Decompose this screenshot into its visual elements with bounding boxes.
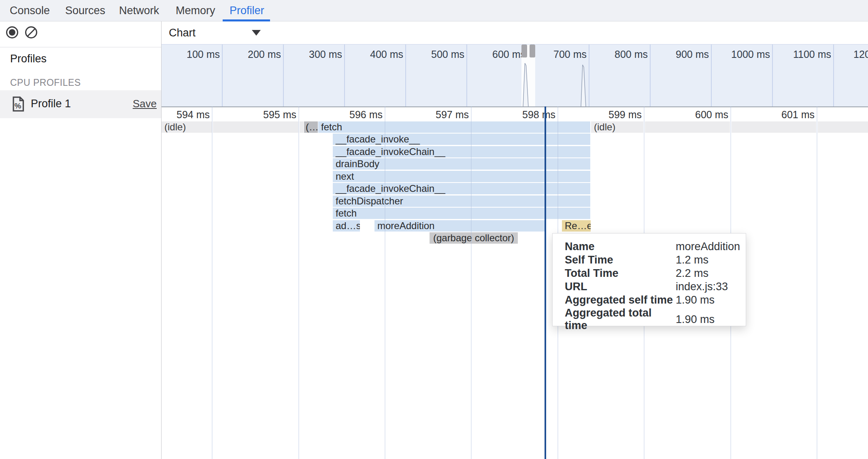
selection-handle-right[interactable] — [530, 45, 535, 57]
tooltip-label: Self Time — [565, 254, 676, 266]
flame-bar-truncated[interactable]: (… — [304, 121, 318, 133]
detail-gridline — [212, 106, 213, 459]
tab-sources[interactable]: Sources — [65, 0, 105, 21]
save-profile-link[interactable]: Save — [133, 98, 157, 110]
ruler-tick-label: 595 ms — [240, 109, 296, 121]
detail-gridline — [298, 106, 299, 459]
sidebar-heading: Profiles — [10, 53, 47, 65]
flame-bar-idle[interactable] — [300, 121, 304, 133]
tooltip-value: 2.2 ms — [676, 267, 746, 280]
tab-network[interactable]: Network — [119, 0, 159, 21]
flame-bar-next[interactable]: next — [333, 171, 590, 182]
detail-time-ruler: 594 ms 595 ms 596 ms 597 ms 598 ms 599 m… — [162, 106, 868, 121]
tooltip-value: 1.90 ms — [676, 294, 746, 306]
tooltip-row: URL index.js:33 — [565, 280, 746, 293]
tooltip-value: 1.90 ms — [676, 313, 746, 326]
devtools-tab-bar: Console Sources Network Memory Profiler — [0, 0, 868, 21]
flame-bar-idle[interactable]: (idle) — [162, 121, 212, 133]
flame-bar-idle[interactable] — [645, 121, 730, 133]
flame-bar-idle[interactable] — [213, 121, 298, 133]
tooltip-row: Total Time 2.2 ms — [565, 267, 746, 280]
flame-bar-idle[interactable] — [732, 121, 816, 133]
flame-bar-more-addition[interactable]: moreAddition — [374, 220, 545, 232]
detail-gridline — [385, 106, 385, 459]
ruler-tick-label: 596 ms — [326, 109, 383, 121]
ruler-tick-label: 597 ms — [412, 109, 469, 121]
ruler-tick-label: 601 ms — [758, 109, 815, 121]
detail-gridline — [471, 106, 472, 459]
sidebar-toolbar — [0, 21, 161, 47]
flame-bar-facade-invoke[interactable]: __facade_invoke__ — [333, 134, 590, 145]
cpu-activity-spikes — [162, 45, 868, 106]
flame-bar-facade-invoke-chain[interactable]: __facade_invokeChain__ — [333, 146, 590, 157]
selection-handle-left[interactable] — [521, 45, 527, 57]
tooltip-value: 1.2 ms — [676, 254, 746, 266]
view-mode-select[interactable]: Chart — [169, 21, 261, 44]
tab-memory[interactable]: Memory — [176, 0, 215, 21]
flame-bar-fetch[interactable]: fetch — [318, 121, 590, 133]
tab-console[interactable]: Console — [10, 0, 50, 21]
clear-profiles-button[interactable] — [25, 26, 37, 38]
flame-bar-fetch-dispatcher[interactable]: fetchDispatcher — [333, 196, 590, 207]
flame-bar-idle[interactable] — [818, 121, 868, 133]
current-time-marker — [545, 106, 546, 459]
flame-bar-fetch-inner[interactable]: fetch — [333, 208, 590, 219]
tab-profiler[interactable]: Profiler — [230, 0, 264, 21]
ruler-tick-label: 599 ms — [585, 109, 642, 121]
tooltip-label: Aggregated self time — [565, 294, 676, 306]
profiles-sidebar: Profiles CPU PROFILES % Profile 1 Save — [0, 21, 162, 459]
chevron-down-icon — [252, 30, 261, 36]
tooltip-label: Total Time — [565, 267, 676, 280]
ruler-tick-label: 600 ms — [672, 109, 728, 121]
profile-document-icon: % — [12, 96, 24, 112]
flame-bar-drain-body[interactable]: drainBody — [333, 158, 590, 170]
svg-text:%: % — [15, 102, 21, 110]
ruler-tick-label: 594 ms — [162, 109, 210, 121]
tooltip-row: Aggregated self time 1.90 ms — [565, 293, 746, 307]
tooltip-row: Self Time 1.2 ms — [565, 253, 746, 267]
ruler-tick-label: 598 ms — [499, 109, 555, 121]
tooltip-value: index.js:33 — [676, 280, 746, 293]
tooltip-row: Aggregated total time 1.90 ms — [565, 307, 746, 320]
flame-bar-facade-invoke-chain[interactable]: __facade_invokeChain__ — [333, 183, 590, 194]
frame-details-tooltip: Name moreAddition Self Time 1.2 ms Total… — [552, 233, 746, 326]
flame-bar-response[interactable]: Re…e — [562, 220, 591, 232]
timeline-overview[interactable]: 100 ms 200 ms 300 ms 400 ms 500 ms 600 m… — [162, 44, 868, 106]
tooltip-label: URL — [565, 280, 676, 293]
flame-bar-add-numbers[interactable]: ad…s — [333, 220, 360, 232]
tooltip-label: Aggregated total time — [565, 307, 676, 332]
view-mode-value: Chart — [169, 27, 196, 39]
tooltip-row: Name moreAddition — [565, 240, 746, 253]
tooltip-label: Name — [565, 240, 676, 253]
detail-gridline — [817, 106, 817, 459]
profile-name: Profile 1 — [31, 98, 71, 110]
cpu-profiles-section-label: CPU PROFILES — [10, 77, 81, 88]
flame-bar-idle[interactable]: (idle) — [591, 121, 643, 133]
profiler-view-toolbar: Chart — [162, 21, 868, 44]
tooltip-value: moreAddition — [676, 240, 746, 253]
record-icon — [9, 29, 15, 36]
profile-list-item[interactable]: % Profile 1 Save — [0, 90, 161, 118]
record-profile-button[interactable] — [6, 26, 18, 38]
flame-bar-garbage-collector[interactable]: (garbage collector) — [430, 232, 518, 244]
profiler-main-panel: Chart 100 ms 200 ms 300 ms 400 ms 500 ms… — [162, 21, 868, 459]
